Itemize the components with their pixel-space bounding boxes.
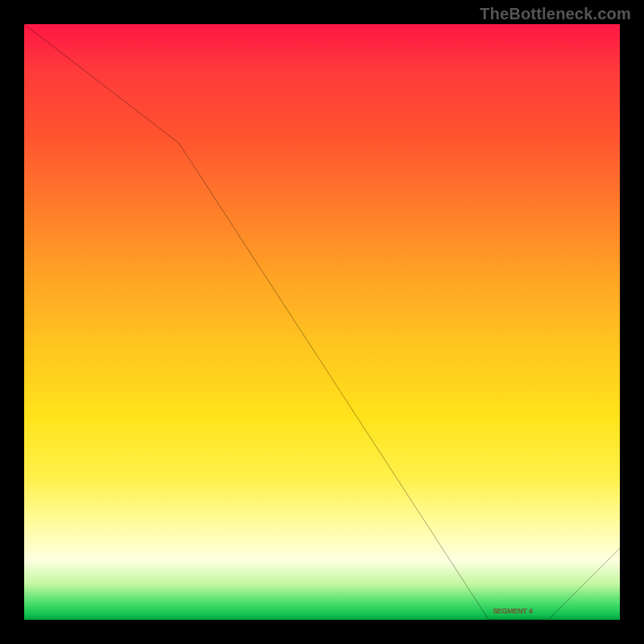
chart-plot-area: SEGMENT 4 [24, 24, 620, 620]
attribution-label: TheBottleneck.com [480, 5, 631, 23]
segment-label: SEGMENT 4 [493, 607, 532, 615]
chart-frame: TheBottleneck.com SEGMENT 4 [0, 0, 644, 644]
bottleneck-curve [24, 24, 620, 620]
